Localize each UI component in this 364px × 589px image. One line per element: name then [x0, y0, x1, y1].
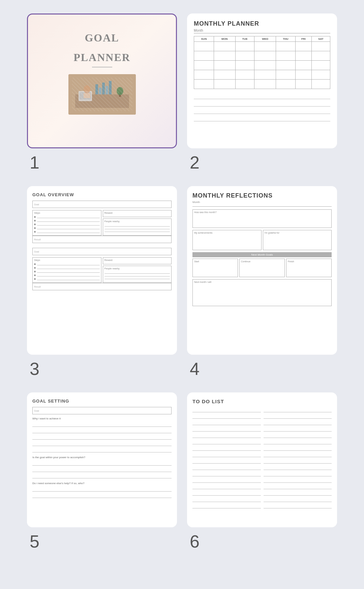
- within-power-lines: [32, 460, 172, 478]
- bullet-row: [34, 230, 100, 233]
- goal-section-1: Goal Steps Reward: [32, 201, 172, 243]
- cover-subtitle: PLANNER: [73, 51, 130, 64]
- start-box: Start: [192, 259, 238, 277]
- goal-section-2: Goal Steps Reward: [32, 248, 172, 290]
- reward-people-col-2: Reward People nearby: [103, 257, 172, 283]
- note-line: [194, 93, 330, 99]
- svg-rect-1: [75, 94, 129, 108]
- note-line: [194, 100, 330, 107]
- steps-box: Steps: [32, 210, 101, 236]
- main-grid: GOAL PLANNER: [7, 7, 357, 558]
- svg-rect-2: [95, 84, 98, 94]
- month-label: Month: [194, 29, 330, 33]
- goal-label-2: Goal: [34, 251, 39, 253]
- todo-line: [264, 408, 332, 412]
- continue-box: Continue: [239, 259, 285, 277]
- calendar-table: SUN MON TUE WED THU FRI SAT: [194, 36, 330, 89]
- bullet-dot: [34, 220, 36, 222]
- reflections-month: Month: [192, 201, 332, 207]
- within-power-section: Is the goal within your power to accompl…: [32, 456, 172, 478]
- text-line: [32, 421, 172, 427]
- goal-input-2: Goal: [32, 248, 172, 255]
- todo-line: [264, 459, 332, 464]
- bullet-row: [34, 263, 100, 265]
- steps-reward-col: Steps Reward People nearby: [32, 210, 172, 236]
- bullet-dot: [34, 263, 36, 265]
- card-monthly-reflections: MONTHLY REFLECTIONS Month How was this m…: [187, 186, 337, 355]
- bullet-line: [37, 215, 100, 218]
- day-tue: TUE: [235, 36, 254, 42]
- svg-point-12: [117, 87, 123, 95]
- todo-line: [264, 427, 332, 432]
- svg-rect-0: [68, 74, 136, 115]
- result-box-2: Result: [32, 283, 172, 290]
- bullet-line: [37, 219, 100, 222]
- bullet-dot: [34, 274, 36, 276]
- todo-line: [192, 465, 261, 470]
- card-goal-overview: GOAL OVERVIEW Goal Steps: [27, 186, 177, 355]
- bullet-line: [37, 227, 100, 229]
- bullet-row: [34, 219, 100, 222]
- achievements-grateful: My achievements I'm grateful for: [192, 230, 332, 250]
- bullet-dot: [34, 227, 36, 229]
- todo-line: [192, 484, 261, 489]
- day-sat: SAT: [311, 36, 330, 42]
- todo-line: [264, 452, 332, 457]
- svg-rect-8: [80, 92, 91, 99]
- bullet-line: [37, 223, 100, 226]
- how-was-box: How was this month?: [192, 209, 332, 228]
- start-continue-finish: Start Continue Finish: [192, 259, 332, 277]
- day-thu: THU: [276, 36, 296, 42]
- monthly-planner-title: MONTHLY PLANNER: [194, 20, 330, 27]
- cover-divider: [92, 67, 112, 67]
- cell-2: MONTHLY PLANNER Month SUN MON TUE WED TH…: [187, 13, 337, 173]
- cell-6: TO DO LIST: [187, 392, 337, 552]
- reward-people-col: Reward People nearby: [103, 210, 172, 236]
- todo-line: [264, 491, 332, 496]
- bullet-row: [34, 223, 100, 226]
- bullet-row: [34, 277, 100, 280]
- todo-line: [264, 440, 332, 444]
- day-mon: MON: [214, 36, 235, 42]
- card-number-1: 1: [27, 152, 39, 173]
- card-number-4: 4: [187, 359, 200, 379]
- bullet-row: [34, 270, 100, 273]
- card-monthly-planner: MONTHLY PLANNER Month SUN MON TUE WED TH…: [187, 13, 337, 148]
- achievements-box: My achievements: [192, 230, 262, 250]
- bullet-line: [37, 270, 100, 273]
- text-line: [32, 493, 172, 498]
- todo-line: [264, 465, 332, 470]
- bullet-line: [37, 274, 100, 276]
- todo-line: [192, 427, 261, 432]
- finish-box: Finish: [286, 259, 332, 277]
- todo-line: [264, 497, 332, 502]
- calendar-row: [194, 61, 330, 70]
- todo-title: TO DO LIST: [192, 399, 332, 404]
- people-line: [104, 274, 170, 276]
- todo-line: [192, 452, 261, 457]
- people-box-2: People nearby: [103, 266, 172, 283]
- bullet-line: [37, 277, 100, 280]
- cell-5: GOAL SETTING Goal Why i want to achieve …: [27, 392, 177, 552]
- text-line: [32, 473, 172, 478]
- steps-box-2: Steps: [32, 257, 101, 283]
- todo-line: [192, 497, 261, 502]
- day-fri: FRI: [295, 36, 311, 42]
- svg-rect-4: [102, 83, 105, 94]
- reward-label: Reward: [104, 212, 170, 214]
- goal-setting-title: GOAL SETTING: [32, 399, 172, 404]
- text-line: [32, 486, 172, 492]
- why-label: Why i want to achieve it: [32, 417, 172, 420]
- people-line: [104, 224, 170, 227]
- svg-rect-6: [109, 81, 112, 94]
- note-line: [194, 108, 330, 114]
- people-box: People nearby: [103, 218, 172, 236]
- todo-line: [264, 433, 332, 438]
- card-cover: GOAL PLANNER: [27, 13, 177, 148]
- todo-line: [264, 420, 332, 425]
- todo-col-right: [264, 408, 332, 508]
- svg-rect-5: [105, 86, 108, 94]
- goal-input-1: Goal: [32, 201, 172, 208]
- calendar-row: [194, 51, 330, 61]
- bullet-dot: [34, 267, 36, 269]
